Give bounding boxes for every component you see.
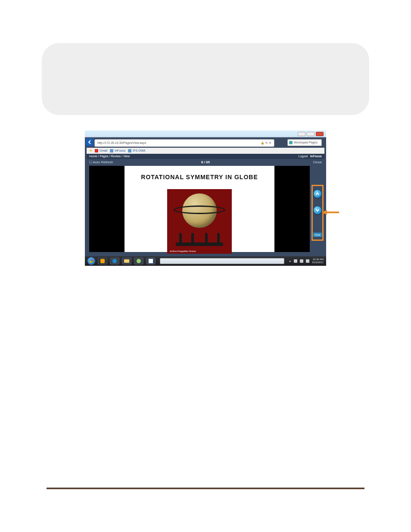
system-tray[interactable]: ▲ 10:40 AM9/23/2011 [289, 258, 326, 264]
browser-tab[interactable]: Mondopad Pages [287, 139, 322, 146]
globe-stand [176, 230, 223, 246]
page-counter: 8 / 35 [201, 160, 210, 164]
favorites-bar: ★ Gmail InFocus IFS OWA [87, 148, 324, 154]
slide-area: ROTATIONAL SYMMETRY IN GLOBE Archivo Fot… [89, 166, 310, 252]
taskbar-app-outlook[interactable] [98, 258, 107, 264]
globe-ring [174, 205, 225, 214]
clock[interactable]: 10:40 AM9/23/2011 [312, 258, 324, 264]
back-button[interactable] [86, 138, 93, 146]
breadcrumb[interactable]: Home / Pages / Review / View [89, 155, 130, 158]
callout-box [42, 43, 369, 115]
tray-flag-icon[interactable] [294, 259, 297, 263]
presenter-area: ☐ Auto Refresh 8 / 35 Close ROTATIONAL S… [87, 159, 324, 255]
window-controls [298, 132, 324, 136]
taskbar-running[interactable] [160, 258, 284, 264]
taskbar: ▲ 10:40 AM9/23/2011 [85, 256, 326, 266]
fav-gmail[interactable]: Gmail [95, 149, 107, 152]
favorites-star-icon[interactable]: ★ [89, 149, 92, 152]
nav-down-button[interactable] [313, 206, 322, 215]
screenshot-browser: http://172.20.10.30/Pages/View.aspx 🔒 ↻ … [85, 131, 326, 266]
callout-item [87, 63, 343, 76]
app-header: Home / Pages / Review / View Logout InFo… [87, 154, 324, 159]
brand-label: InFocus [310, 155, 322, 158]
fav-owa[interactable]: IFS OWA [128, 149, 145, 152]
logout-link[interactable]: Logout [299, 155, 308, 158]
maximize-button[interactable] [307, 132, 314, 136]
presenter-header: ☐ Auto Refresh 8 / 35 Close [87, 159, 324, 166]
tray-network-icon[interactable] [300, 259, 303, 263]
close-window-button[interactable] [316, 132, 324, 136]
slide-image: Archivo Fotografico Oronoz [167, 189, 232, 254]
auto-refresh-toggle[interactable]: ☐ Auto Refresh [89, 160, 113, 164]
nav-up-button[interactable] [313, 190, 322, 198]
close-link[interactable]: Close [313, 160, 322, 164]
taskbar-app-word[interactable] [146, 258, 156, 264]
start-button[interactable] [87, 257, 95, 265]
svg-marker-1 [322, 210, 327, 215]
slide-title: ROTATIONAL SYMMETRY IN GLOBE [125, 174, 274, 180]
pointer-arrow-icon [322, 209, 339, 216]
url-text: http://172.20.10.30/Pages/View.aspx [97, 141, 146, 144]
fav-infocus[interactable]: InFocus [110, 149, 125, 152]
nav-close-button[interactable]: Close [313, 233, 322, 237]
callout-item [87, 76, 343, 89]
taskbar-app-generic[interactable] [134, 258, 143, 264]
browser-tabs: Mondopad Pages [287, 139, 322, 147]
tray-volume-icon[interactable] [306, 259, 309, 263]
callout-list [68, 63, 343, 89]
image-caption: Archivo Fotografico Oronoz [167, 250, 196, 252]
slide: ROTATIONAL SYMMETRY IN GLOBE Archivo Fot… [125, 166, 274, 252]
taskbar-app-explorer[interactable] [122, 258, 131, 264]
minimize-button[interactable] [298, 132, 305, 136]
page: http://172.20.10.30/Pages/View.aspx 🔒 ↻ … [0, 0, 411, 532]
address-bar[interactable]: http://172.20.10.30/Pages/View.aspx 🔒 ↻ … [94, 139, 274, 147]
tray-chevron-icon[interactable]: ▲ [289, 260, 291, 262]
taskbar-app-ie[interactable] [110, 258, 119, 264]
footer-rule [47, 488, 364, 490]
window-titlebar [85, 131, 326, 137]
